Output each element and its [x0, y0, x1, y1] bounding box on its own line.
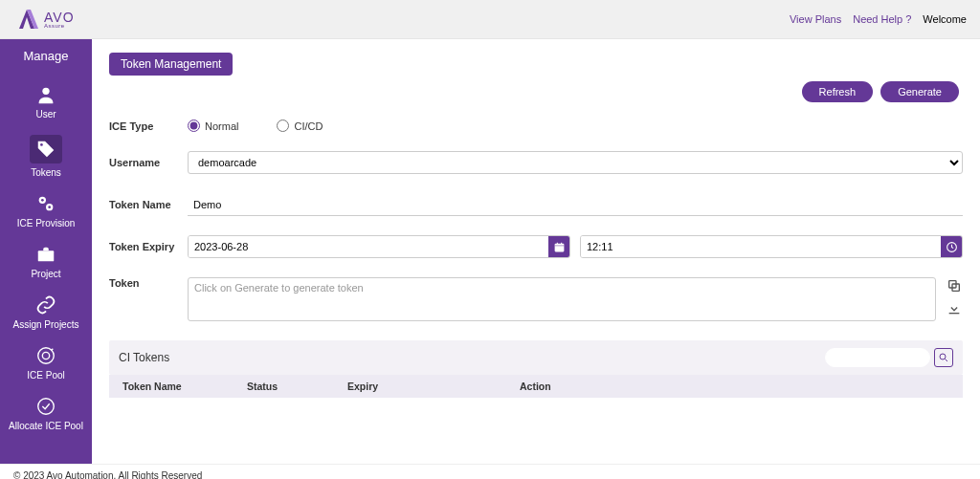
col-action: Action — [520, 381, 949, 392]
token-label: Token — [109, 277, 188, 289]
top-bar: AVO Assure View Plans Need Help ? Welcom… — [0, 0, 980, 39]
sidebar: Manage User Tokens ICE Provision Project… — [0, 39, 92, 464]
search-icon[interactable] — [934, 348, 953, 367]
tag-icon — [30, 135, 62, 163]
user-icon — [35, 84, 56, 105]
briefcase-icon — [35, 244, 56, 265]
sidebar-item-tokens[interactable]: Tokens — [0, 127, 92, 185]
sidebar-item-label: Project — [31, 269, 60, 279]
sidebar-item-ice-provision[interactable]: ICE Provision — [0, 185, 92, 236]
footer: © 2023 Avo Automation. All Rights Reserv… — [0, 464, 980, 479]
svg-rect-6 — [38, 250, 55, 261]
radio-normal[interactable]: Normal — [188, 120, 238, 132]
calendar-icon[interactable] — [548, 236, 569, 257]
expiry-date-input[interactable] — [189, 236, 548, 257]
col-status: Status — [247, 381, 347, 392]
sidebar-item-label: Allocate ICE Pool — [9, 421, 83, 431]
svg-point-15 — [940, 354, 946, 359]
sidebar-item-label: Assign Projects — [13, 319, 79, 330]
ci-search-input[interactable] — [825, 348, 930, 367]
ci-tokens-header: CI Tokens — [109, 340, 963, 375]
radio-cicd[interactable]: CI/CD — [277, 120, 323, 132]
svg-point-5 — [48, 206, 51, 208]
copy-icon[interactable] — [946, 277, 963, 294]
sidebar-item-user[interactable]: User — [0, 76, 92, 127]
link-icon — [35, 294, 56, 316]
username-select[interactable]: demoarcade — [188, 151, 963, 174]
sidebar-item-label: Tokens — [31, 167, 61, 178]
allocate-pool-icon — [35, 396, 56, 417]
svg-point-4 — [41, 199, 44, 202]
ci-tokens-title: CI Tokens — [119, 351, 169, 364]
brand-logo: AVO Assure — [13, 8, 75, 31]
sidebar-item-ice-pool[interactable]: ICE Pool — [0, 337, 92, 388]
sidebar-item-project[interactable]: Project — [0, 236, 92, 287]
sidebar-title: Manage — [24, 49, 69, 63]
ci-table-header: Token Name Status Expiry Action — [109, 375, 963, 398]
ice-type-label: ICE Type — [109, 120, 188, 132]
sidebar-item-label: ICE Pool — [27, 370, 64, 381]
token-expiry-label: Token Expiry — [109, 241, 188, 252]
refresh-button[interactable]: Refresh — [802, 81, 874, 102]
svg-point-1 — [40, 143, 43, 146]
sidebar-item-allocate-ice-pool[interactable]: Allocate ICE Pool — [0, 388, 92, 439]
need-help-link[interactable]: Need Help ? — [853, 13, 911, 25]
sidebar-item-label: ICE Provision — [17, 218, 76, 229]
expiry-time-input[interactable] — [581, 236, 941, 257]
svg-rect-10 — [554, 243, 564, 251]
tokenname-input[interactable] — [188, 193, 963, 216]
pool-icon — [35, 345, 56, 366]
svg-point-8 — [42, 352, 49, 359]
page-title: Token Management — [109, 53, 233, 76]
tokenname-label: Token Name — [109, 199, 188, 210]
gears-icon — [35, 193, 56, 214]
clock-icon[interactable] — [941, 236, 962, 257]
sidebar-item-assign-projects[interactable]: Assign Projects — [0, 287, 92, 337]
col-expiry: Expiry — [347, 381, 520, 392]
logo-icon — [13, 8, 40, 31]
welcome-text: Welcome — [923, 13, 967, 25]
svg-rect-14 — [949, 313, 960, 314]
svg-point-9 — [38, 399, 55, 415]
sidebar-item-label: User — [35, 109, 56, 120]
radio-normal-input[interactable] — [188, 120, 200, 132]
token-textarea[interactable] — [188, 277, 936, 321]
svg-point-0 — [42, 88, 49, 95]
radio-cicd-input[interactable] — [277, 120, 289, 132]
col-token-name: Token Name — [122, 381, 247, 392]
generate-button[interactable]: Generate — [880, 81, 959, 102]
main-content: Token Management Refresh Generate ICE Ty… — [92, 39, 980, 464]
view-plans-link[interactable]: View Plans — [790, 13, 841, 25]
download-icon[interactable] — [946, 300, 963, 317]
username-label: Username — [109, 157, 188, 168]
